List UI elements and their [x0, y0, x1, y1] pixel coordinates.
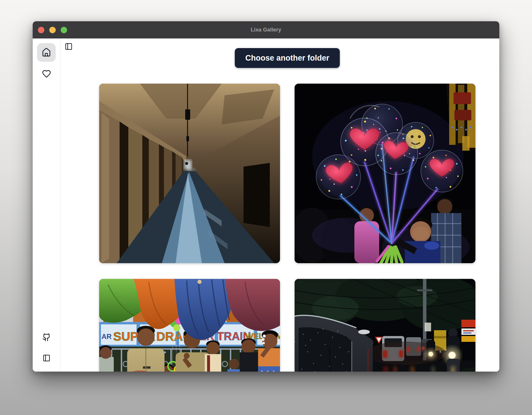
sidebar-item-toggle-panel[interactable] — [43, 354, 50, 363]
app-window: Lixa Gallery — [33, 21, 499, 372]
sidebar-item-favorites[interactable] — [37, 65, 56, 84]
gallery-content: Choose another folder — [99, 38, 475, 372]
toggle-sidebar-button[interactable] — [65, 43, 73, 51]
photo-fair-crowd[interactable]: AR SUPER DRAG ER TRAIN WELCOME — [99, 279, 280, 372]
home-icon — [42, 48, 51, 58]
heart-icon — [42, 69, 51, 79]
photo-grid: AR SUPER DRAG ER TRAIN WELCOME — [99, 84, 475, 372]
sidebar-item-home[interactable] — [37, 43, 56, 62]
photo-temple-corridor[interactable] — [99, 84, 280, 263]
sidebar — [33, 38, 60, 372]
photo-rainy-traffic[interactable] — [295, 279, 475, 372]
github-icon — [42, 333, 51, 342]
window-title: Lixa Gallery — [33, 27, 499, 33]
svg-text:AR: AR — [102, 333, 112, 340]
choose-folder-button[interactable]: Choose another folder — [235, 48, 340, 68]
panel-left-icon — [43, 354, 50, 363]
title-bar[interactable]: Lixa Gallery — [33, 21, 499, 38]
sidebar-item-github[interactable] — [42, 333, 51, 342]
photo-led-balloons[interactable] — [295, 84, 475, 263]
panel-left-icon — [65, 43, 73, 51]
main-content: Choose another folder — [60, 38, 499, 372]
